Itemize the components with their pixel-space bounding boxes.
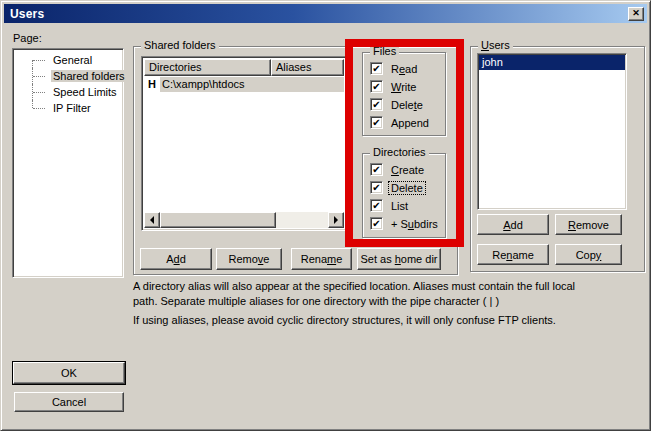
tree-line [33, 108, 45, 109]
button-label: Rename [301, 253, 343, 265]
checkbox-box[interactable]: ✔ [370, 199, 383, 212]
folder-rename-button[interactable]: Rename [291, 248, 352, 270]
directories-group-label: Directories [370, 146, 429, 158]
tree-line [33, 76, 45, 77]
checkbox-delete-dirs[interactable]: ✔ Delete [370, 181, 445, 194]
scrollbar-thumb[interactable] [160, 212, 276, 228]
button-label: Copy [576, 249, 602, 261]
directory-row[interactable]: H C:\xampp\htdocs [144, 76, 344, 92]
tree-line [32, 100, 33, 108]
button-label: Rename [492, 249, 534, 261]
button-label: Remove [229, 253, 270, 265]
check-icon: ✔ [372, 183, 380, 193]
check-icon: ✔ [372, 219, 380, 229]
list-header: Directories Aliases [144, 59, 344, 76]
check-icon: ✔ [372, 118, 380, 128]
checkbox-box[interactable]: ✔ [370, 163, 383, 176]
home-marker: H [144, 78, 160, 90]
checkbox-label: Read [389, 63, 419, 75]
users-list[interactable]: john [477, 53, 627, 210]
checkbox-label: Delete [389, 182, 425, 194]
left-arrow-icon [150, 216, 154, 224]
tree-line [32, 60, 33, 68]
checkbox-box[interactable]: ✔ [370, 98, 383, 111]
check-icon: ✔ [372, 201, 380, 211]
scroll-left-button[interactable] [144, 212, 160, 228]
checkbox-box[interactable]: ✔ [370, 181, 383, 194]
titlebar[interactable]: Users ✕ [4, 4, 647, 23]
right-arrow-icon [334, 216, 338, 224]
checkbox-append[interactable]: ✔ Append [370, 116, 445, 129]
checkbox-label: Append [389, 117, 431, 129]
folder-add-button[interactable]: Add [140, 248, 212, 270]
page-item-shared-folders[interactable]: Shared folders [13, 68, 123, 84]
cancel-button[interactable]: Cancel [14, 392, 124, 412]
checkbox-box[interactable]: ✔ [370, 62, 383, 75]
page-list[interactable]: General Shared folders Speed Limits IP F… [12, 48, 124, 278]
check-icon: ✔ [372, 165, 380, 175]
user-remove-button[interactable]: Remove [555, 214, 622, 235]
column-header-directories[interactable]: Directories [144, 59, 271, 76]
close-button[interactable]: ✕ [628, 7, 644, 21]
shared-folders-list[interactable]: Directories Aliases H C:\xampp\htdocs [141, 56, 347, 231]
users-dialog: { "window": { "title": "Users" }, "glyph… [0, 0, 651, 431]
checkbox-box[interactable]: ✔ [370, 116, 383, 129]
button-label: Add [166, 253, 186, 265]
files-group-label: Files [370, 45, 399, 57]
alias-info-line2: path. Separate multiple aliases for one … [133, 295, 499, 307]
column-header-aliases[interactable]: Aliases [271, 59, 344, 76]
user-copy-button[interactable]: Copy [555, 244, 622, 265]
alias-info-line3: If using aliases, please avoid cyclic di… [133, 314, 556, 326]
users-group-label: Users [478, 39, 513, 51]
directories-group: Directories ✔ Create ✔ Delete ✔ List ✔ +… [362, 153, 446, 238]
checkbox-label: Delete [389, 99, 425, 111]
set-as-home-dir-button[interactable]: Set as home dir [357, 248, 441, 270]
checkbox-box[interactable]: ✔ [370, 217, 383, 230]
alias-info-line1: A directory alias will also appear at th… [133, 280, 575, 292]
button-label: Set as home dir [360, 253, 437, 265]
ok-button[interactable]: OK [13, 362, 125, 384]
shared-folders-group-label: Shared folders [141, 39, 219, 51]
checkbox-read[interactable]: ✔ Read [370, 62, 445, 75]
checkbox-subdirs[interactable]: ✔ + Subdirs [370, 217, 445, 230]
scrollbar-track[interactable] [276, 212, 328, 228]
page-item-speed-limits[interactable]: Speed Limits [13, 84, 123, 100]
checkbox-label: + Subdirs [389, 218, 440, 230]
tree-line [33, 92, 45, 93]
button-label: Remove [568, 219, 609, 231]
window-title: Users [10, 7, 44, 21]
user-add-button[interactable]: Add [477, 214, 549, 235]
page-item-ip-filter[interactable]: IP Filter [13, 100, 123, 116]
check-icon: ✔ [372, 64, 380, 74]
files-group: Files ✔ Read ✔ Write ✔ Delete ✔ Append [362, 52, 446, 136]
checkbox-write[interactable]: ✔ Write [370, 80, 445, 93]
directory-path: C:\xampp\htdocs [160, 77, 344, 92]
horizontal-scrollbar[interactable] [144, 212, 344, 228]
checkbox-label: List [389, 200, 410, 212]
page-label: Page: [13, 32, 42, 44]
page-item-general[interactable]: General [13, 52, 123, 68]
tree-line [33, 60, 45, 61]
user-rename-button[interactable]: Rename [477, 244, 549, 265]
folder-remove-button[interactable]: Remove [216, 248, 282, 270]
close-icon: ✕ [632, 9, 640, 18]
checkbox-list[interactable]: ✔ List [370, 199, 445, 212]
checkbox-box[interactable]: ✔ [370, 80, 383, 93]
checkbox-delete-files[interactable]: ✔ Delete [370, 98, 445, 111]
checkbox-create[interactable]: ✔ Create [370, 163, 445, 176]
checkbox-label: Create [389, 164, 426, 176]
checkbox-label: Write [389, 81, 418, 93]
check-icon: ✔ [372, 82, 380, 92]
check-icon: ✔ [372, 100, 380, 110]
user-item-john[interactable]: john [479, 55, 625, 70]
scroll-right-button[interactable] [328, 212, 344, 228]
button-label: Add [503, 219, 523, 231]
